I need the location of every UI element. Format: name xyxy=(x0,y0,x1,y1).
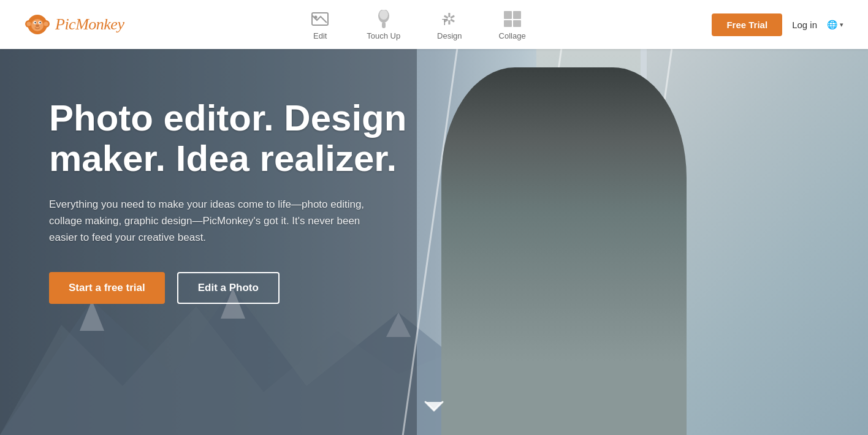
svg-point-9 xyxy=(39,22,40,23)
header-actions: Free Trial Log in 🌐 ▾ xyxy=(712,13,843,36)
scroll-down-chevron[interactable] xyxy=(423,399,445,417)
svg-point-10 xyxy=(36,25,39,27)
header: PicMonkey Edit Touch Up xyxy=(0,0,868,49)
svg-rect-19 xyxy=(513,11,521,19)
start-trial-button[interactable]: Start a free trial xyxy=(49,272,165,304)
design-icon: ✲ T xyxy=(440,9,459,29)
svg-point-12 xyxy=(314,15,318,18)
edit-icon xyxy=(310,9,330,29)
touchup-icon xyxy=(374,9,394,29)
svg-rect-15 xyxy=(382,22,386,28)
nav-design-label: Design xyxy=(437,31,462,40)
svg-rect-20 xyxy=(504,20,512,27)
nav-edit-label: Edit xyxy=(313,31,327,40)
svg-text:T: T xyxy=(442,17,447,27)
edit-photo-button[interactable]: Edit a Photo xyxy=(177,272,280,304)
login-link[interactable]: Log in xyxy=(792,20,817,30)
hero-headline: Photo editor. Design maker. Idea realize… xyxy=(49,98,417,179)
nav-item-design[interactable]: ✲ T Design xyxy=(437,9,462,40)
nav-item-collage[interactable]: Collage xyxy=(499,9,526,40)
svg-rect-11 xyxy=(312,13,328,25)
language-selector[interactable]: 🌐 ▾ xyxy=(827,20,843,29)
hero-cta-buttons: Start a free trial Edit a Photo xyxy=(49,272,417,304)
svg-point-4 xyxy=(44,22,48,26)
hero-content: Photo editor. Design maker. Idea realize… xyxy=(49,98,417,304)
lang-chevron: ▾ xyxy=(840,21,843,29)
nav-item-touchup[interactable]: Touch Up xyxy=(367,9,400,40)
free-trial-button[interactable]: Free Trial xyxy=(712,13,782,36)
svg-point-3 xyxy=(27,22,31,26)
svg-rect-18 xyxy=(504,11,512,19)
hero-figure xyxy=(441,67,687,435)
hero-section: Photo editor. Design maker. Idea realize… xyxy=(0,49,868,435)
logo[interactable]: PicMonkey xyxy=(25,12,124,37)
hero-subtext: Everything you need to make your ideas c… xyxy=(49,196,368,246)
logo-text: PicMonkey xyxy=(55,15,124,34)
nav-touchup-label: Touch Up xyxy=(367,31,400,40)
collage-icon xyxy=(503,9,522,29)
svg-point-8 xyxy=(34,22,36,23)
svg-point-14 xyxy=(379,10,388,20)
nav-item-edit[interactable]: Edit xyxy=(310,9,330,40)
nav-collage-label: Collage xyxy=(499,31,526,40)
svg-rect-21 xyxy=(513,20,521,27)
logo-icon xyxy=(25,12,50,37)
main-nav: Edit Touch Up ✲ T Design xyxy=(310,9,525,40)
globe-icon: 🌐 xyxy=(827,20,837,29)
